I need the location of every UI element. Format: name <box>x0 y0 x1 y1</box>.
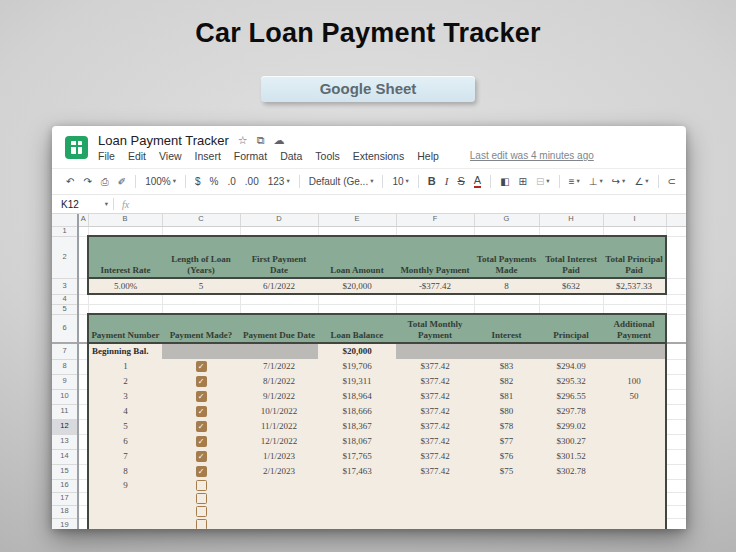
cell-B18[interactable] <box>88 505 162 518</box>
cell-C1[interactable] <box>162 226 240 236</box>
cell-I12[interactable] <box>603 419 666 434</box>
cell-H4[interactable] <box>539 294 603 304</box>
cell-A17[interactable] <box>78 492 88 505</box>
cell-C17[interactable] <box>162 492 240 505</box>
cell-I1[interactable] <box>603 226 666 236</box>
cell-E19[interactable] <box>318 518 396 529</box>
cell-X15[interactable] <box>666 464 686 479</box>
cell-G16[interactable] <box>474 479 539 492</box>
menu-view[interactable]: View <box>159 150 182 162</box>
cell-X8[interactable] <box>666 359 686 374</box>
payment-header-H6[interactable]: Principal <box>539 314 603 343</box>
cell-F10[interactable]: $377.42 <box>396 389 474 404</box>
cell-F18[interactable] <box>396 505 474 518</box>
column-header-C[interactable]: C <box>162 214 240 226</box>
cell-D10[interactable]: 9/1/2022 <box>240 389 318 404</box>
summary-value-E3[interactable]: $20,000 <box>318 278 396 294</box>
cell-H7[interactable] <box>539 343 603 359</box>
cell-X4[interactable] <box>666 294 686 304</box>
cell-F7[interactable] <box>396 343 474 359</box>
cell-D12[interactable]: 11/1/2022 <box>240 419 318 434</box>
cell-I19[interactable] <box>603 518 666 529</box>
cell-X18[interactable] <box>666 505 686 518</box>
font-size-select[interactable]: 10▾ <box>392 177 408 187</box>
row-header-16[interactable]: 16 <box>52 479 78 492</box>
cell-E11[interactable]: $18,666 <box>318 404 396 419</box>
cell-G5[interactable] <box>474 304 539 314</box>
cell-I4[interactable] <box>603 294 666 304</box>
payment-made-checkbox[interactable]: ✓ <box>196 421 207 432</box>
cell-D1[interactable] <box>240 226 318 236</box>
cell-E15[interactable]: $17,463 <box>318 464 396 479</box>
cell-I8[interactable] <box>603 359 666 374</box>
cell-F5[interactable] <box>396 304 474 314</box>
row-header-8[interactable]: 8 <box>52 359 78 374</box>
cell-G12[interactable]: $78 <box>474 419 539 434</box>
summary-value-B3[interactable]: 5.00% <box>88 278 162 294</box>
cell-A1[interactable] <box>78 226 88 236</box>
cell-C19[interactable] <box>162 518 240 529</box>
cell-F14[interactable]: $377.42 <box>396 449 474 464</box>
move-to-folder-icon[interactable]: ⧉ <box>257 135 265 146</box>
print-icon[interactable]: ⎙ <box>101 177 109 187</box>
summary-header-C2[interactable]: Length of Loan (Years) <box>162 236 240 278</box>
row-header-14[interactable]: 14 <box>52 449 78 464</box>
cell-H13[interactable]: $300.27 <box>539 434 603 449</box>
cell-E14[interactable]: $17,765 <box>318 449 396 464</box>
document-title[interactable]: Loan Payment Tracker <box>98 133 229 148</box>
cell-F1[interactable] <box>396 226 474 236</box>
payment-made-checkbox[interactable] <box>196 480 207 491</box>
cell-C18[interactable] <box>162 505 240 518</box>
column-header-G[interactable]: G <box>474 214 539 226</box>
cell-F16[interactable] <box>396 479 474 492</box>
summary-value-G3[interactable]: 8 <box>474 278 539 294</box>
payment-header-G6[interactable]: Interest <box>474 314 539 343</box>
row-header-6[interactable]: 6 <box>52 314 78 343</box>
cell-I7[interactable] <box>603 343 666 359</box>
cell-X17[interactable] <box>666 492 686 505</box>
cell-I18[interactable] <box>603 505 666 518</box>
cell-A4[interactable] <box>78 294 88 304</box>
cell-C7[interactable] <box>162 343 240 359</box>
cell-X10[interactable] <box>666 389 686 404</box>
fill-color-icon[interactable]: ◧ <box>500 177 509 187</box>
payment-made-checkbox[interactable] <box>196 519 207 529</box>
cell-D14[interactable]: 1/1/2023 <box>240 449 318 464</box>
google-sheet-badge[interactable]: Google Sheet <box>261 76 475 102</box>
text-wrap-icon[interactable]: ↪▾ <box>612 177 626 187</box>
cell-X11[interactable] <box>666 404 686 419</box>
payment-made-checkbox[interactable]: ✓ <box>196 466 207 477</box>
summary-header-F2[interactable]: Monthly Payment <box>396 236 474 278</box>
row-header-2[interactable]: 2 <box>52 236 78 278</box>
summary-header-D2[interactable]: First Payment Date <box>240 236 318 278</box>
cell-B9[interactable]: 2 <box>88 374 162 389</box>
cell-H1[interactable] <box>539 226 603 236</box>
cell-D11[interactable]: 10/1/2022 <box>240 404 318 419</box>
payment-made-checkbox[interactable]: ✓ <box>196 391 207 402</box>
cell-D17[interactable] <box>240 492 318 505</box>
merge-cells-icon[interactable]: ⊟▾ <box>536 177 550 187</box>
cell-X16[interactable] <box>666 479 686 492</box>
cell-C10[interactable]: ✓ <box>162 389 240 404</box>
cell-I13[interactable] <box>603 434 666 449</box>
increase-decimal-icon[interactable]: .00 <box>245 177 259 187</box>
formula-input[interactable] <box>137 195 686 213</box>
menu-file[interactable]: File <box>98 150 115 162</box>
column-header-F[interactable]: F <box>396 214 474 226</box>
redo-icon[interactable]: ↷ <box>83 177 91 187</box>
payment-made-checkbox[interactable] <box>196 506 207 517</box>
cell-I17[interactable] <box>603 492 666 505</box>
cell-C8[interactable]: ✓ <box>162 359 240 374</box>
italic-icon[interactable]: I <box>445 176 449 187</box>
column-header-extra[interactable] <box>666 214 686 226</box>
row-header-13[interactable]: 13 <box>52 434 78 449</box>
row-header-7[interactable]: 7 <box>52 343 78 359</box>
text-rotation-icon[interactable]: ∠▾ <box>634 177 648 187</box>
payment-header-D6[interactable]: Payment Due Date <box>240 314 318 343</box>
cell-A11[interactable] <box>78 404 88 419</box>
cell-C14[interactable]: ✓ <box>162 449 240 464</box>
cell-X5[interactable] <box>666 304 686 314</box>
cell-A14[interactable] <box>78 449 88 464</box>
cell-H8[interactable]: $294.09 <box>539 359 603 374</box>
cell-X14[interactable] <box>666 449 686 464</box>
